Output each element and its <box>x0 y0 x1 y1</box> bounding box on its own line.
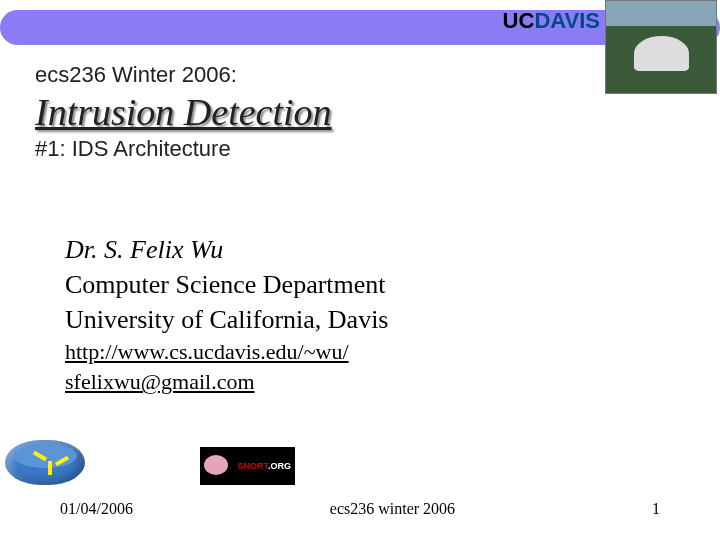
ucdavis-logo: UCDAVIS <box>503 8 600 34</box>
router-arrow-icon <box>48 461 52 475</box>
snort-text: SNORT.ORG <box>237 461 291 471</box>
author-url[interactable]: http://www.cs.ucdavis.edu/~wu/ <box>65 337 389 367</box>
router-arrow-icon <box>55 456 69 466</box>
slide-header: ecs236 Winter 2006: Intrusion Detection … <box>35 62 332 162</box>
campus-photo <box>605 0 717 94</box>
author-email[interactable]: sfelixwu@gmail.com <box>65 367 389 397</box>
router-top <box>13 444 77 468</box>
footer-center: ecs236 winter 2006 <box>330 500 455 518</box>
snort-badge: SNORT.ORG <box>200 447 295 485</box>
snort-pig-icon <box>204 455 228 475</box>
photo-sky <box>606 1 716 26</box>
snort-main-text: SNORT <box>237 461 268 471</box>
author-name: Dr. S. Felix Wu <box>65 232 389 267</box>
slide-footer: 01/04/2006 ecs236 winter 2006 1 <box>0 500 720 518</box>
author-department: Computer Science Department <box>65 267 389 302</box>
slide-subtitle: #1: IDS Architecture <box>35 136 332 162</box>
router-arrow-icon <box>33 451 47 461</box>
footer-date: 01/04/2006 <box>60 500 133 518</box>
author-block: Dr. S. Felix Wu Computer Science Departm… <box>65 232 389 397</box>
router-icon <box>5 440 85 485</box>
photo-sculpture <box>634 36 689 71</box>
slide-title: Intrusion Detection <box>35 90 332 134</box>
logo-davis-text: DAVIS <box>534 8 600 33</box>
author-university: University of California, Davis <box>65 302 389 337</box>
snort-org-text: .ORG <box>268 461 291 471</box>
logo-uc-text: UC <box>503 8 535 33</box>
course-label: ecs236 Winter 2006: <box>35 62 332 88</box>
footer-page: 1 <box>652 500 660 518</box>
